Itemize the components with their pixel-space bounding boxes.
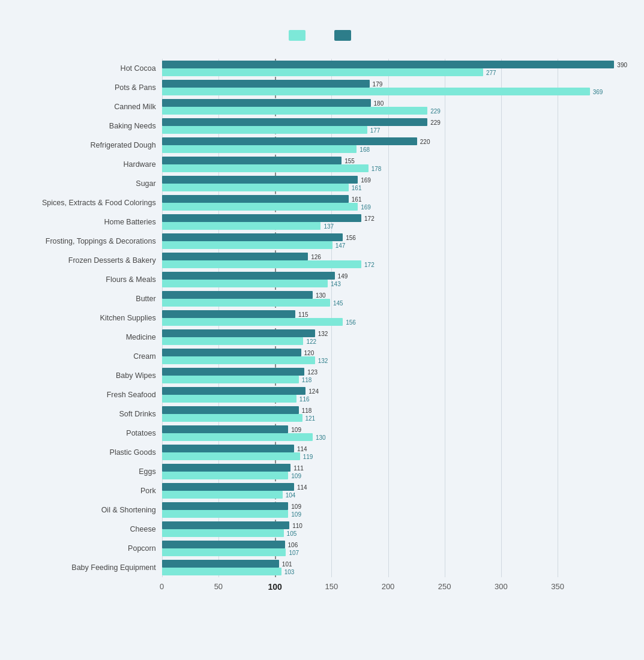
bar-november: 122 (162, 337, 304, 345)
bar-nov-label: 107 (289, 549, 299, 556)
bar-december: 130 (162, 291, 313, 299)
bar-december: 161 (162, 195, 349, 203)
bar-nov-wrap: 178 (162, 164, 615, 172)
bar-row: 156147 (162, 232, 615, 251)
bar-december: 149 (162, 272, 335, 280)
bar-dec-label: 114 (297, 445, 307, 452)
bar-nov-label: 132 (318, 357, 328, 364)
bar-nov-label: 109 (291, 511, 301, 517)
y-label: Plastic Goods (30, 443, 162, 462)
y-label: Pots & Pans (30, 78, 162, 97)
bar-dec-wrap: 169 (162, 176, 615, 184)
bar-nov-label: 143 (331, 280, 341, 287)
bar-dec-label: 110 (292, 522, 302, 529)
bar-december: 120 (162, 349, 301, 356)
bar-row: 169161 (162, 174, 615, 193)
bar-nov-label: 122 (306, 338, 316, 344)
bar-december: 156 (162, 233, 343, 241)
bar-dec-wrap: 109 (162, 425, 615, 433)
bar-nov-label: 168 (360, 146, 370, 152)
bar-dec-wrap: 179 (162, 80, 615, 88)
bar-dec-wrap: 118 (162, 406, 615, 414)
bar-dec-label: 169 (361, 176, 371, 183)
bar-nov-label: 116 (299, 395, 310, 402)
bar-dec-label: 120 (304, 349, 314, 356)
bar-november: 169 (162, 203, 358, 211)
bar-row: 179369 (162, 78, 615, 97)
bar-row: 124116 (162, 385, 615, 404)
bar-dec-wrap: 109 (162, 502, 615, 510)
bar-dec-wrap: 132 (162, 329, 615, 337)
november-swatch (289, 30, 305, 41)
bar-row: 123118 (162, 366, 615, 385)
y-label: Hardware (30, 155, 162, 174)
bar-dec-wrap: 126 (162, 253, 615, 260)
bar-row: 109109 (162, 500, 615, 520)
bar-dec-label: 111 (293, 464, 304, 471)
bar-row: 390277 (162, 59, 615, 78)
bar-nov-wrap: 105 (162, 529, 615, 537)
bar-november: 172 (162, 260, 361, 268)
bar-nov-label: 130 (316, 434, 326, 440)
bar-november: 177 (162, 126, 367, 134)
x-tick: 250 (438, 582, 451, 591)
y-label: Kitchen Supplies (30, 308, 162, 328)
bar-nov-wrap: 109 (162, 472, 615, 479)
bar-row: 106107 (162, 539, 615, 558)
y-labels: Hot CocoaPots & PansCanned MilkBaking Ne… (30, 59, 162, 577)
x-tick: 200 (382, 582, 395, 591)
bar-dec-wrap: 124 (162, 387, 615, 395)
y-label: Frosting, Toppings & Decorations (30, 232, 162, 251)
bar-dec-label: 130 (316, 292, 326, 298)
bar-dec-label: 109 (291, 426, 301, 433)
y-label: Canned Milk (30, 97, 162, 116)
bar-dec-wrap: 120 (162, 349, 615, 356)
x-axis: 050100150200250300350 (162, 580, 615, 598)
y-label: Sugar (30, 174, 162, 193)
bar-row: 149143 (162, 270, 615, 289)
bar-december: 109 (162, 425, 289, 433)
bar-november: 109 (162, 510, 289, 518)
bar-dec-wrap: 111 (162, 464, 615, 472)
x-tick: 150 (325, 582, 338, 591)
x-tick: 300 (495, 582, 508, 591)
bar-november: 107 (162, 548, 286, 556)
y-label: Refrigerated Dough (30, 136, 162, 155)
bar-december: 179 (162, 80, 370, 88)
bar-nov-wrap: 118 (162, 376, 615, 383)
bar-dec-label: 229 (430, 119, 441, 125)
bar-dec-wrap: 156 (162, 233, 615, 241)
bar-nov-wrap: 369 (162, 88, 615, 95)
bar-december: 109 (162, 502, 289, 510)
bar-row: 118121 (162, 404, 615, 424)
bar-dec-label: 114 (297, 484, 307, 490)
bar-december: 118 (162, 406, 299, 414)
bar-december: 169 (162, 176, 358, 184)
y-label: Eggs (30, 462, 162, 481)
bar-dec-label: 101 (282, 560, 292, 567)
bar-nov-wrap: 143 (162, 280, 615, 287)
bar-nov-wrap: 277 (162, 68, 615, 76)
bar-nov-wrap: 109 (162, 510, 615, 518)
bar-row: 132122 (162, 328, 615, 347)
x-tick: 100 (268, 582, 281, 592)
x-tick: 0 (160, 582, 164, 591)
bar-dec-label: 124 (308, 388, 319, 394)
bar-nov-label: 229 (430, 107, 441, 114)
chart-container: Hot CocoaPots & PansCanned MilkBaking Ne… (6, 12, 639, 660)
bar-nov-wrap: 145 (162, 299, 615, 307)
bar-nov-label: 104 (286, 491, 296, 498)
bar-dec-label: 132 (318, 330, 328, 337)
bar-dec-wrap: 114 (162, 445, 615, 452)
x-tick: 350 (551, 582, 564, 591)
bar-row: 220168 (162, 136, 615, 155)
bar-nov-label: 156 (346, 319, 356, 325)
bar-dec-label: 156 (346, 234, 356, 241)
bar-dec-wrap: 155 (162, 157, 615, 164)
bar-row: 155178 (162, 155, 615, 174)
bar-nov-label: 103 (284, 568, 295, 575)
y-label: Pork (30, 481, 162, 500)
bar-november: 178 (162, 164, 369, 172)
bar-dec-label: 106 (288, 541, 298, 548)
bar-december: 126 (162, 253, 308, 260)
